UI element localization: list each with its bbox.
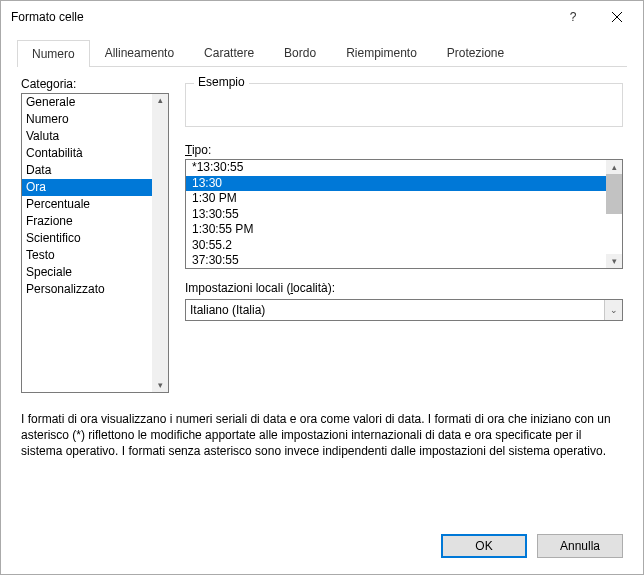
category-item[interactable]: Generale: [22, 94, 168, 111]
footer: OK Annulla: [1, 518, 643, 574]
tab-allineamento[interactable]: Allineamento: [90, 39, 189, 66]
category-item[interactable]: Data: [22, 162, 168, 179]
type-scroll-up[interactable]: ▴: [606, 160, 622, 174]
category-item[interactable]: Numero: [22, 111, 168, 128]
category-list[interactable]: GeneraleNumeroValutaContabilitàDataOraPe…: [21, 93, 169, 393]
dialog-title: Formato celle: [11, 10, 84, 24]
category-item[interactable]: Valuta: [22, 128, 168, 145]
scroll-down-icon: ▾: [158, 381, 163, 390]
ok-button[interactable]: OK: [441, 534, 527, 558]
chevron-down-icon: ⌄: [604, 300, 622, 320]
tab-bordo[interactable]: Bordo: [269, 39, 331, 66]
example-label: Esempio: [194, 75, 249, 89]
category-item[interactable]: Frazione: [22, 213, 168, 230]
type-item[interactable]: 37:30:55: [186, 253, 622, 269]
title-bar: Formato celle ?: [1, 1, 643, 33]
category-item[interactable]: Testo: [22, 247, 168, 264]
tab-strip: NumeroAllineamentoCarattereBordoRiempime…: [17, 39, 627, 67]
tab-riempimento[interactable]: Riempimento: [331, 39, 432, 66]
category-item[interactable]: Scientifico: [22, 230, 168, 247]
close-button[interactable]: [595, 2, 639, 32]
locale-select[interactable]: Italiano (Italia) ⌄: [185, 299, 623, 321]
example-group: Esempio: [185, 83, 623, 127]
type-item[interactable]: 1:30 PM: [186, 191, 622, 207]
type-item[interactable]: 13:30:55: [186, 207, 622, 223]
content-area: Categoria: GeneraleNumeroValutaContabili…: [1, 67, 643, 518]
category-item[interactable]: Ora: [22, 179, 168, 196]
type-item[interactable]: 13:30: [186, 176, 622, 192]
description-text: I formati di ora visualizzano i numeri s…: [21, 411, 623, 460]
locale-label: Impostazioni locali (località):: [185, 281, 623, 295]
tab-carattere[interactable]: Carattere: [189, 39, 269, 66]
category-item[interactable]: Personalizzato: [22, 281, 168, 298]
type-list[interactable]: *13:30:5513:301:30 PM13:30:551:30:55 PM3…: [185, 159, 623, 269]
format-cells-dialog: Formato celle ? NumeroAllineamentoCaratt…: [0, 0, 644, 575]
cancel-button[interactable]: Annulla: [537, 534, 623, 558]
type-item[interactable]: *13:30:55: [186, 160, 622, 176]
close-icon: [612, 12, 622, 22]
category-item[interactable]: Speciale: [22, 264, 168, 281]
type-item[interactable]: 30:55.2: [186, 238, 622, 254]
type-scroll-down[interactable]: ▾: [606, 254, 622, 268]
tab-numero[interactable]: Numero: [17, 40, 90, 67]
type-label: Tipo:: [185, 143, 211, 157]
scroll-up-icon: ▴: [158, 96, 163, 105]
category-scrollbar[interactable]: ▴ ▾: [152, 94, 168, 392]
help-button[interactable]: ?: [551, 2, 595, 32]
type-item[interactable]: 1:30:55 PM: [186, 222, 622, 238]
tab-protezione[interactable]: Protezione: [432, 39, 519, 66]
category-item[interactable]: Contabilità: [22, 145, 168, 162]
locale-value: Italiano (Italia): [190, 303, 265, 317]
help-icon: ?: [570, 10, 577, 24]
category-label: Categoria:: [21, 77, 169, 91]
type-scroll-thumb[interactable]: [606, 174, 622, 214]
category-item[interactable]: Percentuale: [22, 196, 168, 213]
